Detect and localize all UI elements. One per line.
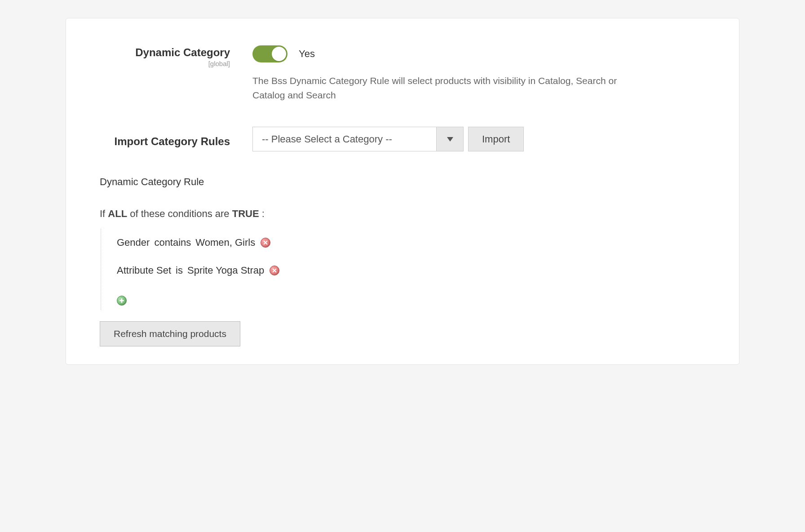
category-select-value: -- Please Select a Category --: [253, 127, 436, 151]
condition-attribute[interactable]: Gender: [117, 237, 150, 248]
dynamic-category-help: The Bss Dynamic Category Rule will selec…: [252, 74, 634, 102]
import-button[interactable]: Import: [468, 127, 524, 151]
field-control: -- Please Select a Category -- Import: [252, 127, 705, 151]
remove-condition-icon[interactable]: [261, 238, 270, 248]
toggle-row: Yes: [252, 45, 705, 62]
category-select[interactable]: -- Please Select a Category --: [252, 127, 464, 151]
condition-row: Attribute Set is Sprite Yoga Strap: [117, 257, 705, 284]
add-condition-row: [117, 284, 705, 310]
field-control: Yes The Bss Dynamic Category Rule will s…: [252, 45, 705, 102]
aggregator-link[interactable]: ALL: [108, 208, 127, 219]
dynamic-category-label: Dynamic Category [global]: [100, 45, 252, 102]
add-condition-icon[interactable]: [117, 296, 127, 306]
condition-text: Gender contains Women, Girls: [117, 237, 255, 248]
condition-value[interactable]: Sprite Yoga Strap: [187, 265, 264, 276]
dynamic-category-field: Dynamic Category [global] Yes The Bss Dy…: [100, 45, 705, 102]
condition-intro: If ALL of these conditions are TRUE :: [100, 208, 705, 220]
dropdown-arrow-icon: [436, 127, 463, 151]
condition-text: Attribute Set is Sprite Yoga Strap: [117, 265, 264, 276]
intro-prefix: If: [100, 208, 108, 219]
value-link[interactable]: TRUE: [232, 208, 259, 219]
conditions-list: Gender contains Women, Girls Attribute S…: [101, 229, 705, 310]
import-rules-label: Import Category Rules: [100, 131, 252, 148]
toggle-state-label: Yes: [299, 48, 315, 60]
field-label-text: Import Category Rules: [115, 135, 230, 147]
condition-value[interactable]: Women, Girls: [195, 237, 255, 248]
condition-row: Gender contains Women, Girls: [117, 229, 705, 257]
field-scope: [global]: [100, 60, 230, 67]
dynamic-category-toggle[interactable]: [252, 45, 288, 62]
remove-condition-icon[interactable]: [270, 266, 279, 275]
condition-attribute[interactable]: Attribute Set: [117, 265, 171, 276]
condition-operator[interactable]: is: [176, 265, 183, 276]
settings-panel: Dynamic Category [global] Yes The Bss Dy…: [66, 18, 739, 365]
intro-middle: of these conditions are: [127, 208, 232, 219]
condition-operator[interactable]: contains: [154, 237, 191, 248]
field-label-text: Dynamic Category: [135, 46, 230, 58]
rule-section-heading: Dynamic Category Rule: [100, 176, 705, 188]
refresh-products-button[interactable]: Refresh matching products: [100, 321, 240, 346]
intro-suffix: :: [259, 208, 265, 219]
svg-marker-0: [447, 137, 453, 142]
toggle-knob: [272, 47, 286, 61]
import-rules-field: Import Category Rules -- Please Select a…: [100, 127, 705, 151]
